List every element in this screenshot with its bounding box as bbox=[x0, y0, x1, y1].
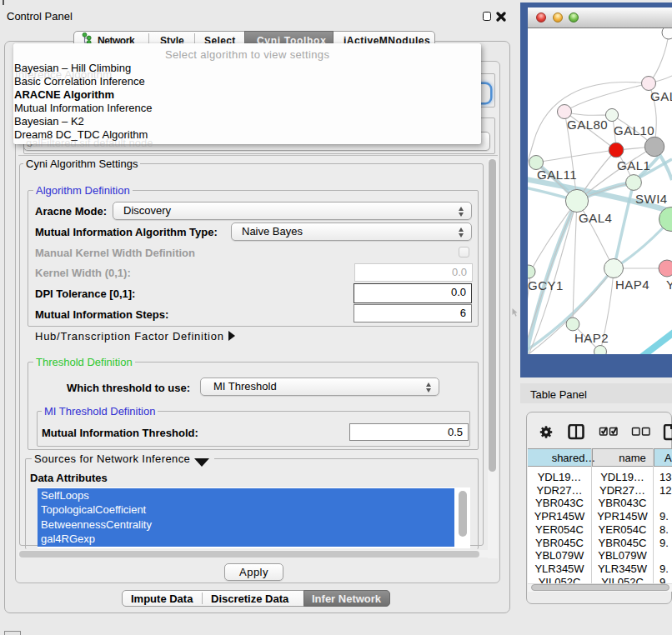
svg-text:HAP4: HAP4 bbox=[615, 278, 649, 292]
svg-text:HAP2: HAP2 bbox=[574, 331, 609, 345]
svg-text:GAL80: GAL80 bbox=[567, 118, 608, 132]
svg-text:Y: Y bbox=[666, 278, 672, 292]
svg-text:GAL11: GAL11 bbox=[537, 168, 577, 182]
svg-text:GAL10: GAL10 bbox=[614, 123, 654, 138]
svg-text:GAL4: GAL4 bbox=[579, 211, 612, 225]
svg-text:SWI4: SWI4 bbox=[635, 192, 668, 206]
svg-text:GCY1: GCY1 bbox=[528, 278, 564, 292]
svg-text:GAL7: GAL7 bbox=[650, 89, 672, 103]
svg-text:GAL1: GAL1 bbox=[617, 158, 650, 172]
